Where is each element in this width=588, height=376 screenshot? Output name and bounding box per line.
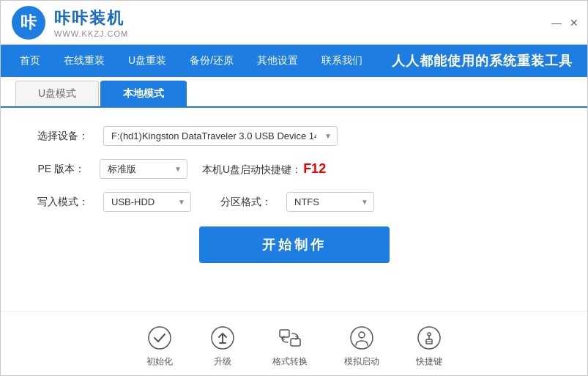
form-area: 选择设备： F:(hd1)Kingston DataTraveler 3.0 U… [1, 108, 587, 223]
tab-usb-mode[interactable]: U盘模式 [15, 81, 99, 106]
nav-slogan: 人人都能使用的系统重装工具 [392, 52, 580, 70]
nav-other-settings[interactable]: 其他设置 [245, 48, 310, 73]
pe-label: PE 版本： [37, 163, 85, 176]
bottom-tools: 初始化 升级 [1, 311, 587, 375]
app-title: 咔咔装机 [54, 7, 128, 29]
format-convert-icon [277, 325, 303, 351]
start-button[interactable]: 开始制作 [199, 226, 390, 263]
svg-point-6 [359, 332, 365, 338]
shortcut-key-label: 快捷键 [416, 355, 442, 368]
svg-point-0 [149, 327, 171, 349]
shortcut-label: 本机U盘启动快捷键：F12 [202, 161, 326, 177]
pe-select-wrapper: 标准版 ▼ [100, 159, 187, 179]
partition-select-wrapper: NTFS ▼ [286, 192, 374, 212]
nav-items: 首页 在线重装 U盘重装 备份/还原 其他设置 联系我们 [8, 48, 374, 73]
close-button[interactable]: ✕ [568, 17, 580, 29]
title-bar: 咔 咔咔装机 WWW.KKZJ.COM — ✕ [1, 1, 587, 45]
nav-home[interactable]: 首页 [8, 48, 52, 73]
tab-local-mode[interactable]: 本地模式 [100, 81, 187, 106]
write-row: 写入模式： USB-HDD ▼ 分区格式： NTFS ▼ [37, 192, 551, 212]
partition-select[interactable]: NTFS [286, 192, 374, 212]
tool-upgrade[interactable]: 升级 [209, 325, 236, 368]
nav-bar: 首页 在线重装 U盘重装 备份/还原 其他设置 联系我们 人人都能使用的系统重装… [1, 45, 587, 77]
tabs-bar: U盘模式 本地模式 [1, 81, 587, 108]
minimize-button[interactable]: — [551, 17, 562, 29]
write-label: 写入模式： [37, 196, 89, 209]
device-label: 选择设备： [37, 130, 89, 143]
shortcut-icon [416, 325, 442, 351]
start-button-wrapper: 开始制作 [1, 226, 587, 263]
simulate-boot-label: 模拟启动 [344, 355, 379, 368]
format-convert-label: 格式转换 [272, 355, 308, 368]
tool-simulate-boot[interactable]: 模拟启动 [344, 325, 379, 368]
shortcut-key-value: F12 [303, 161, 326, 176]
write-select-wrapper: USB-HDD ▼ [103, 192, 191, 212]
partition-label: 分区格式： [220, 196, 272, 209]
window-controls: — ✕ [551, 17, 580, 29]
app-url: WWW.KKZJ.COM [54, 29, 128, 38]
initialize-label: 初始化 [146, 355, 173, 368]
pe-row: PE 版本： 标准版 ▼ 本机U盘启动快捷键：F12 [37, 159, 551, 179]
tool-shortcut[interactable]: 快捷键 [416, 325, 442, 368]
device-row: 选择设备： F:(hd1)Kingston DataTraveler 3.0 U… [37, 126, 551, 146]
nav-online-reinstall[interactable]: 在线重装 [52, 48, 116, 73]
initialize-icon [146, 325, 173, 351]
tool-format-convert[interactable]: 格式转换 [272, 325, 308, 368]
main-window: 咔 咔咔装机 WWW.KKZJ.COM — ✕ 首页 在线重装 U盘重装 备份/… [0, 0, 588, 376]
logo-area: 咔 咔咔装机 WWW.KKZJ.COM [12, 6, 128, 40]
nav-usb-reinstall[interactable]: U盘重装 [116, 48, 178, 73]
app-logo: 咔 [12, 6, 45, 40]
nav-backup-restore[interactable]: 备份/还原 [178, 48, 245, 73]
content-area: U盘模式 本地模式 选择设备： F:(hd1)Kingston DataTrav… [1, 77, 587, 375]
nav-contact-us[interactable]: 联系我们 [310, 48, 374, 73]
device-select[interactable]: F:(hd1)Kingston DataTraveler 3.0 USB Dev… [103, 126, 338, 146]
pe-select[interactable]: 标准版 [100, 159, 187, 179]
svg-point-9 [428, 333, 431, 336]
write-select[interactable]: USB-HDD [103, 192, 191, 212]
simulate-boot-icon [349, 325, 375, 351]
tool-initialize[interactable]: 初始化 [146, 325, 173, 368]
upgrade-label: 升级 [214, 355, 231, 368]
title-text-area: 咔咔装机 WWW.KKZJ.COM [54, 7, 128, 38]
upgrade-icon [209, 325, 236, 351]
device-select-wrapper: F:(hd1)Kingston DataTraveler 3.0 USB Dev… [103, 126, 338, 146]
